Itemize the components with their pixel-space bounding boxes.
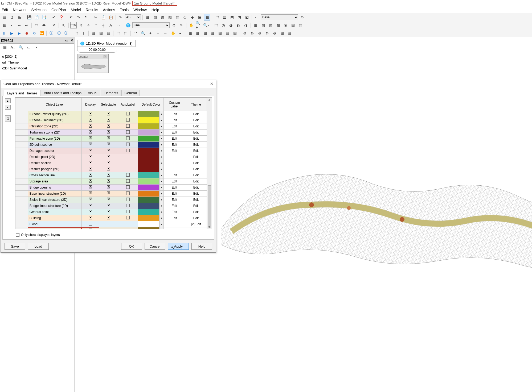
- checkbox-cell[interactable]: [99, 123, 118, 130]
- tool-icon[interactable]: ⬚: [213, 22, 219, 28]
- layer-name[interactable]: Permeable zone (2D): [28, 136, 81, 142]
- tool-icon[interactable]: ⬒: [229, 14, 235, 20]
- chevron-down-icon[interactable]: ▾: [159, 154, 163, 160]
- ok-button[interactable]: OK: [121, 243, 142, 250]
- tool-icon[interactable]: ↻: [83, 14, 89, 20]
- checkbox-cell[interactable]: [99, 148, 118, 154]
- col-color[interactable]: Default Color: [138, 98, 164, 111]
- checkbox-cell[interactable]: [99, 215, 118, 221]
- checkbox-cell[interactable]: [82, 136, 99, 142]
- menu-edit[interactable]: Edit: [2, 8, 8, 12]
- table-row[interactable]: Infiltration zone (2D)▾EditEdit: [15, 123, 207, 130]
- tool-icon[interactable]: ▦: [232, 30, 238, 36]
- tool-icon[interactable]: ✔: [51, 14, 57, 20]
- chevron-down-icon[interactable]: ▾: [159, 178, 163, 184]
- restore-icon[interactable]: ▭: [65, 39, 68, 42]
- chevron-down-icon[interactable]: ▾: [159, 160, 163, 166]
- table-row[interactable]: General point▾EditEdit: [15, 209, 207, 215]
- save-button[interactable]: Save: [5, 243, 25, 250]
- col-selectable[interactable]: Selectable: [99, 98, 118, 111]
- tool-icon[interactable]: ⬭: [33, 22, 40, 28]
- custom-label-cell[interactable]: Edit: [164, 185, 185, 191]
- theme-cell[interactable]: Edit: [185, 203, 207, 209]
- color-cell[interactable]: ▾: [138, 130, 164, 136]
- tool-icon[interactable]: ▦: [90, 30, 97, 36]
- checkbox-cell[interactable]: [82, 185, 99, 191]
- row-header[interactable]: [15, 197, 28, 203]
- checkbox-cell[interactable]: [82, 148, 99, 154]
- chevron-down-icon[interactable]: ▾: [159, 227, 163, 229]
- color-cell[interactable]: ▾: [138, 227, 164, 230]
- tool-icon[interactable]: ✧: [85, 22, 92, 28]
- theme-cell[interactable]: Edit: [185, 197, 207, 203]
- as-select[interactable]: AS: [125, 14, 141, 20]
- chevron-down-icon[interactable]: ▾: [159, 123, 163, 129]
- tool-icon[interactable]: ▦: [144, 14, 151, 20]
- theme-cell[interactable]: Edit: [185, 215, 207, 221]
- loop-icon[interactable]: ⟲: [31, 30, 37, 36]
- tool-icon[interactable]: ▪: [34, 44, 40, 51]
- theme-cell[interactable]: Edit: [185, 178, 207, 185]
- tool-icon[interactable]: ⚙: [171, 22, 177, 28]
- theme-cell[interactable]: Edit: [185, 111, 207, 117]
- tool-icon[interactable]: ◐: [235, 22, 242, 28]
- custom-label-cell[interactable]: Edit: [164, 209, 185, 215]
- theme-cell[interactable]: Edit: [185, 130, 207, 136]
- color-cell[interactable]: ▾: [138, 136, 164, 142]
- only-show-checkbox[interactable]: Only show displayed layers: [16, 233, 60, 237]
- tab-layers[interactable]: Layers and Themes: [4, 90, 40, 96]
- tool-icon[interactable]: ⚙: [242, 30, 248, 36]
- row-header[interactable]: [15, 142, 28, 148]
- tool-icon[interactable]: ✦: [147, 30, 154, 36]
- row-header[interactable]: [15, 123, 28, 130]
- color-cell[interactable]: ▾: [138, 178, 164, 185]
- theme-cell[interactable]: [2] Edit: [185, 221, 207, 227]
- tool-icon[interactable]: 💾: [26, 14, 32, 20]
- tool-icon[interactable]: ⟟: [93, 22, 99, 28]
- layer-name[interactable]: Infiltration zone (2D): [28, 123, 81, 130]
- row-header[interactable]: [15, 215, 28, 221]
- color-cell[interactable]: ▾: [138, 191, 164, 197]
- theme-cell[interactable]: Edit: [185, 136, 207, 142]
- theme-cell[interactable]: Edit: [185, 154, 207, 160]
- color-cell[interactable]: ▾: [138, 221, 164, 227]
- zoomin-icon[interactable]: 🔍+: [195, 22, 202, 28]
- checkbox-cell[interactable]: [82, 154, 99, 160]
- tool-icon[interactable]: ◕: [228, 22, 234, 28]
- checkbox-cell[interactable]: [118, 209, 138, 215]
- checkbox-cell[interactable]: [82, 160, 99, 166]
- checkbox-cell[interactable]: [118, 191, 138, 197]
- col-object-layer[interactable]: Object Layer: [28, 98, 81, 111]
- chevron-down-icon[interactable]: ▾: [159, 130, 163, 135]
- row-header[interactable]: [15, 166, 28, 172]
- checkbox-cell[interactable]: [118, 111, 138, 117]
- tab-general[interactable]: General: [121, 90, 140, 96]
- row-header[interactable]: [15, 111, 28, 117]
- tool-icon[interactable]: ⚙: [249, 30, 255, 36]
- theme-cell[interactable]: Edit: [185, 148, 207, 154]
- theme-cell[interactable]: Edit: [185, 209, 207, 215]
- custom-label-cell[interactable]: Edit: [164, 215, 185, 221]
- custom-label-cell[interactable]: Edit: [164, 148, 185, 154]
- checkbox-cell[interactable]: [99, 191, 118, 197]
- zoomout-icon[interactable]: 🔍-: [203, 22, 209, 28]
- tool-icon[interactable]: ▩: [159, 14, 166, 20]
- table-row[interactable]: IC zone - water quality (2D)▾EditEdit: [15, 111, 207, 117]
- custom-label-cell[interactable]: Edit: [164, 203, 185, 209]
- tool-icon[interactable]: A: [108, 22, 114, 28]
- table-row[interactable]: Results section▾Edit: [15, 160, 207, 166]
- table-row[interactable]: Turbulence zone (2D)▾EditEdit: [15, 130, 207, 136]
- layer-name[interactable]: 2D point source: [28, 142, 81, 148]
- row-header[interactable]: [15, 227, 28, 230]
- tool-icon[interactable]: •: [9, 22, 15, 28]
- tool-icon[interactable]: ▨: [267, 22, 274, 28]
- checkbox-cell[interactable]: [82, 227, 99, 230]
- checkbox-cell[interactable]: [82, 178, 99, 185]
- tool-icon[interactable]: ▭: [115, 22, 121, 28]
- custom-label-cell[interactable]: Edit: [164, 172, 185, 178]
- layer-name[interactable]: Base linear structure (2D): [28, 191, 81, 197]
- tool-icon[interactable]: ⬔: [236, 14, 243, 20]
- play-pause-icon[interactable]: ⏸: [1, 30, 7, 36]
- cancel-button[interactable]: Cancel: [145, 243, 165, 250]
- col-custom-label[interactable]: Custom Label: [164, 98, 185, 111]
